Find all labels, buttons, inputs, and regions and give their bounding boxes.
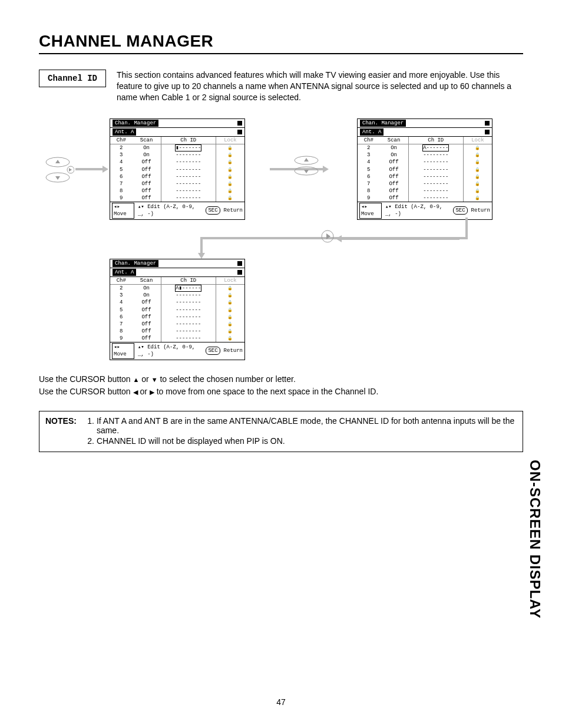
- title-rule: [39, 53, 523, 54]
- arrow-right-1: [75, 164, 108, 174]
- left-triangle-icon: ◀: [133, 388, 138, 396]
- table-row: 2On▮-------: [110, 144, 244, 152]
- notes-box: NOTES: If ANT A and ANT B are in the sam…: [39, 411, 523, 452]
- table-row: 9Off--------: [110, 195, 244, 202]
- dropdown-icon: [237, 270, 242, 275]
- table-row: 4Off--------: [358, 159, 492, 166]
- svg-marker-3: [55, 176, 60, 180]
- instr1-c: to select the chosen number or letter.: [158, 374, 296, 384]
- intro-text: This section contains advanced features …: [117, 70, 523, 103]
- list-item: If ANT A and ANT B are in the same ANTEN…: [97, 416, 517, 435]
- up-triangle-icon: ▲: [133, 376, 140, 383]
- table-row: 8Off--------: [110, 328, 244, 335]
- channel-table: Ch# Scan Ch ID Lock 2On▮------- 3On-----…: [110, 137, 244, 202]
- table-row: 6Off--------: [110, 314, 244, 321]
- dropdown-icon: [237, 121, 242, 126]
- list-item: CHANNEL ID will not be displayed when PI…: [97, 436, 517, 446]
- dropdown-icon: [237, 130, 242, 134]
- osd-titlebar: Chan. Manager: [110, 259, 244, 268]
- intro-block: Channel ID This section contains advance…: [39, 70, 523, 103]
- instruction-text: Use the CURSOR button ▲ or ▼ to select t…: [39, 373, 523, 398]
- dropdown-icon: [237, 261, 242, 266]
- down-triangle-icon: ▼: [151, 376, 158, 383]
- svg-marker-16: [326, 233, 330, 239]
- table-row: 5Off--------: [110, 307, 244, 314]
- instr2-a: Use the CURSOR button: [39, 387, 133, 396]
- svg-marker-5: [69, 168, 72, 172]
- table-row: 9Off--------: [110, 335, 244, 342]
- osd-footer: ◂▸ Move ▴▾ Edit (A-Z, 0-9, _, -) SEC Ret…: [358, 202, 492, 219]
- svg-marker-11: [304, 158, 309, 162]
- channel-table: Ch# Scan Ch ID Lock 2OnA▮------ 3On-----…: [110, 277, 244, 342]
- table-row: 8Off--------: [358, 187, 492, 195]
- remote-updown-icon-2: [293, 155, 319, 176]
- table-row: 7Off--------: [110, 180, 244, 187]
- page-number: 47: [0, 697, 562, 707]
- osd-footer: ◂▸ Move ▴▾ Edit (A-Z, 0-9, _, -) SEC Ret…: [110, 342, 244, 359]
- table-row: 3On--------: [358, 151, 492, 159]
- table-row: 6Off--------: [358, 173, 492, 180]
- table-row: 2OnA-------: [358, 144, 492, 152]
- instr1-b: or: [139, 374, 151, 384]
- remote-updown-icon: [45, 155, 74, 185]
- table-row: 2OnA▮------: [110, 285, 244, 292]
- page-title: CHANNEL MANAGER: [39, 32, 523, 51]
- osd-footer: ◂▸ Move ▴▾ Edit (A-Z, 0-9, _, -) SEC Ret…: [110, 202, 244, 219]
- channel-table: Ch# Scan Ch ID Lock 2OnA------- 3On-----…: [358, 137, 492, 202]
- instr1-a: Use the CURSOR button: [39, 374, 133, 384]
- osd-titlebar: Chan. Manager: [358, 119, 492, 128]
- arrow-left-small: [336, 234, 459, 243]
- table-row: 4Off--------: [110, 159, 244, 166]
- table-row: 7Off--------: [358, 180, 492, 187]
- osd-titlebar: Chan. Manager: [110, 119, 244, 128]
- notes-list: If ANT A and ANT B are in the same ANTEN…: [84, 416, 517, 447]
- table-row: 8Off--------: [110, 187, 244, 195]
- osd-panel-b: Chan. Manager Ant. A Ch# Scan Ch ID Lock…: [357, 118, 492, 220]
- dropdown-icon: [485, 130, 490, 134]
- table-row: 5Off--------: [110, 166, 244, 173]
- osd-panel-c: Chan. Manager Ant. A Ch# Scan Ch ID Lock…: [110, 259, 245, 360]
- osd-subbar: Ant. A: [110, 268, 244, 277]
- svg-marker-13: [304, 170, 309, 173]
- osd-subbar: Ant. A: [358, 128, 492, 137]
- svg-marker-14: [198, 253, 205, 259]
- svg-marker-1: [55, 160, 60, 163]
- instr2-b: or: [138, 387, 150, 396]
- table-row: 9Off--------: [358, 195, 492, 202]
- osd-subbar: Ant. A: [110, 128, 244, 137]
- table-row: 3On--------: [110, 151, 244, 159]
- remote-right-icon: [320, 229, 335, 243]
- diagram-area: Chan. Manager Ant. A Ch# Scan Ch ID Lock…: [110, 118, 523, 366]
- table-row: 4Off--------: [110, 299, 244, 306]
- table-row: 3On--------: [110, 292, 244, 299]
- table-row: 7Off--------: [110, 321, 244, 328]
- side-tab: ON-SCREEN DISPLAY: [527, 460, 543, 619]
- right-triangle-icon: ▶: [150, 388, 154, 396]
- channel-id-chip: Channel ID: [39, 70, 106, 87]
- instr2-c: to move from one space to the next space…: [154, 387, 379, 396]
- table-row: 5Off--------: [358, 166, 492, 173]
- notes-label: NOTES:: [45, 416, 77, 447]
- dropdown-icon: [485, 121, 490, 126]
- svg-marker-7: [103, 166, 108, 173]
- table-row: 6Off--------: [110, 173, 244, 180]
- osd-panel-a: Chan. Manager Ant. A Ch# Scan Ch ID Lock…: [110, 118, 245, 220]
- svg-marker-18: [336, 235, 342, 242]
- svg-marker-9: [323, 166, 329, 173]
